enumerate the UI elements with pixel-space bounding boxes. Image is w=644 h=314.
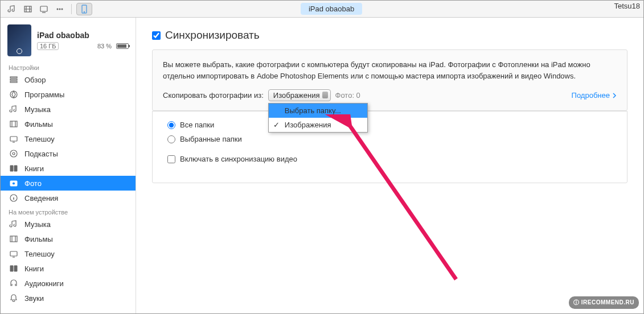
- nav-label: Программы: [24, 90, 64, 99]
- ondevice-music[interactable]: Музыка: [1, 217, 136, 232]
- music-icon: [9, 104, 19, 114]
- nav-photos[interactable]: Фото: [1, 176, 136, 191]
- nav-label: Телешоу: [24, 250, 55, 258]
- nav-movies[interactable]: Фильмы: [1, 117, 136, 131]
- nav-music[interactable]: Музыка: [1, 102, 136, 117]
- svg-rect-1: [40, 6, 47, 11]
- section-header-settings: Настройки: [1, 61, 136, 72]
- nav-apps[interactable]: Программы: [1, 87, 136, 102]
- svg-rect-8: [10, 79, 17, 80]
- movies-library-icon[interactable]: [21, 3, 35, 15]
- battery-percent: 83 %: [97, 43, 112, 49]
- battery-icon: [116, 43, 129, 49]
- device-header: iPad obaobab 16 ГБ 83 %: [1, 21, 136, 61]
- books-icon: [9, 263, 19, 274]
- source-dropdown: Выбрать папку... ✓Изображения: [268, 103, 368, 133]
- nav-label: Подкасты: [24, 150, 58, 158]
- nav-label: Музыка: [24, 220, 51, 229]
- dropdown-images[interactable]: ✓Изображения: [269, 118, 367, 132]
- nav-books[interactable]: Книги: [1, 161, 136, 176]
- music-library-icon[interactable]: [5, 3, 19, 15]
- svg-rect-9: [10, 81, 17, 82]
- svg-rect-18: [10, 236, 17, 242]
- section-header-on-device: На моем устройстве: [1, 205, 136, 217]
- tv-library-icon[interactable]: [37, 3, 51, 15]
- svg-point-16: [13, 182, 15, 185]
- svg-point-14: [13, 152, 15, 155]
- nav-label: Музыка: [24, 105, 51, 114]
- svg-rect-11: [10, 121, 17, 127]
- nav-label: Фото: [24, 179, 42, 188]
- nav-label: Книги: [24, 265, 44, 273]
- checkbox-label: Включать в синхронизацию видео: [180, 155, 297, 163]
- bell-icon: [9, 293, 19, 303]
- info-panel: Вы можете выбрать, какие фотографии с ко…: [152, 49, 627, 111]
- nav-label: Фильмы: [24, 120, 53, 129]
- ondevice-audiobooks[interactable]: Аудиокниги: [1, 276, 136, 291]
- movies-icon: [9, 119, 19, 129]
- nav-label: Аудиокниги: [24, 279, 64, 288]
- dropdown-choose-folder[interactable]: Выбрать папку...: [269, 104, 367, 118]
- svg-point-10: [10, 91, 17, 98]
- sync-checkbox[interactable]: [152, 31, 161, 40]
- device-pill[interactable]: iPad obaobab: [301, 3, 362, 15]
- nav-tvshows[interactable]: Телешоу: [1, 131, 136, 146]
- nav-info[interactable]: Сведения: [1, 191, 136, 205]
- svg-rect-12: [10, 137, 17, 141]
- radio-label: Все папки: [180, 121, 214, 129]
- books-icon: [9, 163, 19, 173]
- device-thumbnail: [7, 24, 31, 56]
- watermark-top: Tetsu18: [614, 2, 640, 10]
- svg-point-3: [59, 8, 61, 10]
- source-select[interactable]: Изображения: [268, 89, 331, 101]
- radio-all-folders[interactable]: [167, 121, 175, 129]
- svg-point-2: [57, 8, 59, 10]
- tv-icon: [9, 249, 19, 259]
- ondevice-tones[interactable]: Звуки: [1, 291, 136, 305]
- capacity-badge: 16 ГБ: [37, 42, 59, 50]
- ondevice-movies[interactable]: Фильмы: [1, 232, 136, 246]
- nav-label: Звуки: [24, 294, 44, 303]
- nav-label: Фильмы: [24, 235, 53, 243]
- sidebar: iPad obaobab 16 ГБ 83 % Настройки Обзор …: [1, 18, 136, 313]
- checkbox-include-video[interactable]: [167, 155, 175, 163]
- nav-summary[interactable]: Обзор: [1, 72, 136, 87]
- description: Вы можете выбрать, какие фотографии с ко…: [163, 59, 617, 81]
- device-name: iPad obaobab: [37, 31, 129, 40]
- sync-title: Синхронизировать: [165, 29, 260, 42]
- info-icon: [9, 193, 19, 203]
- radio-selected-folders[interactable]: [167, 135, 175, 143]
- podcasts-icon: [9, 148, 19, 159]
- svg-rect-19: [10, 251, 17, 256]
- options-panel: Все папки Выбранные папки Включать в син…: [152, 111, 627, 183]
- nav-podcasts[interactable]: Подкасты: [1, 146, 136, 161]
- apps-icon: [9, 89, 19, 100]
- movies-icon: [9, 234, 19, 244]
- device-button[interactable]: [76, 3, 92, 15]
- camera-icon: [9, 178, 19, 188]
- main-content: Синхронизировать Вы можете выбрать, каки…: [136, 18, 643, 313]
- more-link[interactable]: Подробнее: [572, 91, 617, 100]
- separator: [71, 4, 72, 14]
- chevron-right-icon: [612, 93, 617, 98]
- nav-label: Обзор: [24, 76, 46, 84]
- ondevice-books[interactable]: Книги: [1, 261, 136, 276]
- toolbar: iPad obaobab: [1, 1, 643, 18]
- svg-point-4: [61, 8, 63, 10]
- audiobook-icon: [9, 278, 19, 288]
- radio-label: Выбранные папки: [180, 135, 242, 143]
- tv-icon: [9, 134, 19, 144]
- nav-label: Книги: [24, 164, 44, 173]
- check-icon: ✓: [273, 121, 280, 129]
- summary-icon: [9, 75, 19, 85]
- photo-count: Фото: 0: [335, 91, 360, 100]
- music-icon: [9, 219, 19, 229]
- ondevice-tvshows[interactable]: Телешоу: [1, 246, 136, 261]
- more-icon[interactable]: [53, 3, 67, 15]
- svg-rect-7: [10, 77, 17, 78]
- svg-point-6: [84, 11, 85, 12]
- watermark-bottom: ⓘ IRECOMMEND.RU: [569, 296, 639, 309]
- svg-point-13: [10, 150, 17, 157]
- nav-label: Телешоу: [24, 135, 55, 143]
- copy-from-label: Скопировать фотографии из:: [163, 91, 264, 100]
